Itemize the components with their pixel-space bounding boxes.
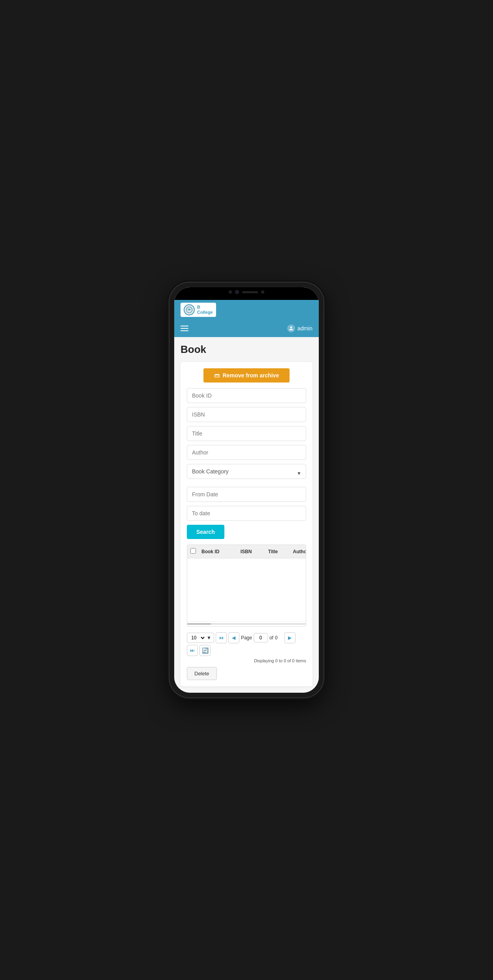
user-area: admin [287,324,312,332]
phone-screen: B College admin Boo [174,287,319,693]
archive-icon: 🗃 [214,372,220,379]
notch-speaker [242,291,258,293]
next-page-button[interactable]: ▶ [284,632,295,643]
title-header: Title [266,545,291,558]
page-title: Book [181,343,312,356]
title-input[interactable] [187,426,306,441]
logo-icon [184,304,195,315]
page-input-area: Page of 0 [241,633,283,643]
top-bar: B College [174,300,319,320]
next-page-icon: ▶ [288,635,292,641]
book-category-wrapper: Book Category ▼ [187,464,306,483]
refresh-button[interactable]: 🔄 [199,645,211,656]
nav-bar: admin [174,320,319,337]
main-content: Book 🗃 Remove from archive [174,337,319,693]
book-card: 🗃 Remove from archive Book Category ▼ [181,362,312,686]
pagination-row: 10 25 50 100 ▼ ⏮ ◀ Page [187,632,306,656]
admin-label: admin [297,325,312,332]
first-page-icon: ⏮ [219,635,224,641]
isbn-input[interactable] [187,407,306,422]
last-page-button[interactable]: ⏭ [187,645,198,656]
page-size-chevron-icon: ▼ [207,635,211,641]
select-all-checkbox[interactable] [190,548,196,554]
author-input[interactable] [187,445,306,460]
scroll-indicator [187,623,306,625]
page-label: Page [241,635,252,641]
page-size-selector[interactable]: 10 25 50 100 ▼ [187,633,214,643]
from-date-input[interactable] [187,487,306,502]
book-category-select[interactable]: Book Category [187,464,306,479]
table-body [187,558,306,622]
last-page-icon: ⏭ [190,648,195,653]
isbn-header: ISBN [238,545,266,558]
notch-dot-right [261,290,264,294]
notch [221,287,272,297]
page-number-input[interactable] [254,633,268,643]
select-all-header [187,545,199,558]
book-id-header: Book ID [199,545,238,558]
notch-camera [235,290,239,294]
delete-button[interactable]: Delete [187,667,217,680]
table-header: Book ID ISBN Title Author [187,545,306,558]
book-table-container: Book ID ISBN Title Author [187,545,306,627]
displaying-text: Displaying 0 to 0 of 0 items [187,658,306,663]
logo-area: B College [181,303,216,317]
hamburger-menu[interactable] [181,326,188,331]
refresh-icon: 🔄 [202,647,209,654]
user-icon [287,324,295,332]
notch-dot-left [229,290,232,294]
book-id-input[interactable] [187,388,306,403]
empty-row [187,558,306,622]
phone-frame: B College admin Boo [169,283,324,697]
first-page-button[interactable]: ⏮ [216,632,227,643]
total-pages: 0 [275,635,283,641]
prev-page-icon: ◀ [232,635,235,641]
notch-area [174,287,319,300]
logo-text: B College [197,305,213,315]
scroll-thumb [187,623,211,625]
book-table: Book ID ISBN Title Author [187,545,306,622]
author-header: Author [291,545,306,558]
of-label: of [269,635,273,641]
to-date-input[interactable] [187,506,306,521]
page-size-select[interactable]: 10 25 50 100 [190,635,206,641]
remove-from-archive-button[interactable]: 🗃 Remove from archive [203,368,289,383]
prev-page-button[interactable]: ◀ [228,632,239,643]
search-button[interactable]: Search [187,525,224,539]
